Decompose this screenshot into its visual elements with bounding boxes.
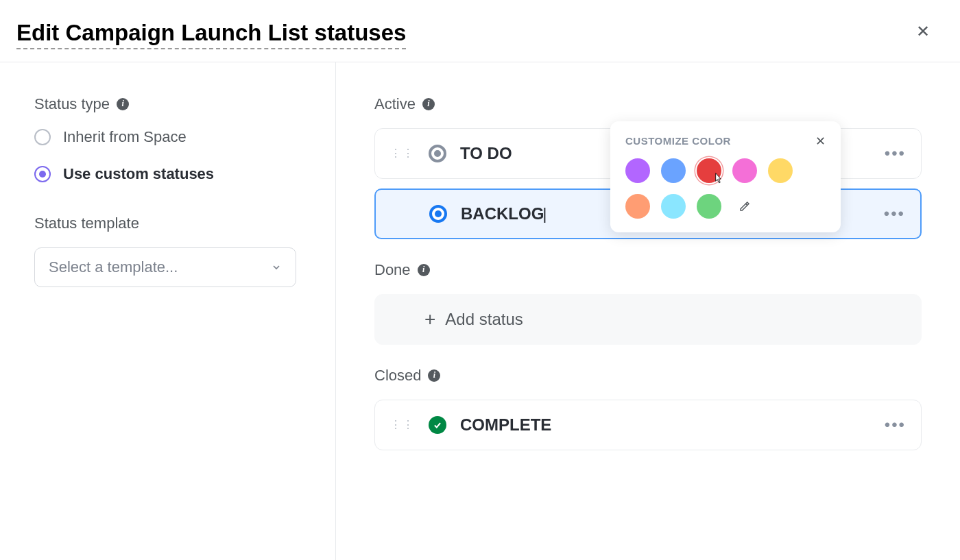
add-status-button[interactable]: + Add status [374,294,922,345]
left-panel: Status type i Inherit from Space Use cus… [0,62,336,560]
radio-inherit-label: Inherit from Space [63,128,187,146]
radio-circle-icon [34,166,51,182]
done-section-label: Done i [374,261,922,279]
closed-section: Closed i ⋮⋮ COMPLETE ••• [374,367,922,450]
more-icon[interactable]: ••• [884,206,905,222]
color-picker-title: CUSTOMIZE COLOR [625,135,731,147]
plus-icon: + [424,308,435,330]
template-select[interactable]: Select a template... [34,247,296,287]
template-placeholder: Select a template... [49,258,178,276]
more-icon[interactable]: ••• [885,417,906,433]
color-swatches [625,158,826,219]
color-swatch-red[interactable] [697,158,721,183]
modal-body: Status type i Inherit from Space Use cus… [0,62,960,560]
radio-custom-label: Use custom statuses [63,165,214,183]
color-swatch-green[interactable] [697,194,721,219]
closed-label-text: Closed [374,367,421,385]
status-item-complete[interactable]: ⋮⋮ COMPLETE ••• [374,400,922,450]
status-template-text: Status template [34,215,139,232]
drag-handle-icon[interactable]: ⋮⋮ [390,419,415,430]
chevron-down-icon [271,262,282,273]
status-color-icon[interactable] [429,205,447,223]
active-section-label: Active i [374,95,922,113]
color-swatch-blue[interactable] [661,158,686,183]
status-type-text: Status type [34,95,110,113]
status-name: COMPLETE [460,415,871,435]
close-icon[interactable]: ✕ [815,134,826,149]
radio-use-custom-statuses[interactable]: Use custom statuses [34,165,301,183]
checkmark-icon [433,420,442,430]
status-color-icon[interactable] [429,145,446,162]
color-picker-header: CUSTOMIZE COLOR ✕ [625,134,826,149]
active-label-text: Active [374,95,416,113]
eyedropper-icon[interactable] [732,194,757,219]
radio-inherit-from-space[interactable]: Inherit from Space [34,128,301,146]
add-status-label: Add status [445,310,523,329]
color-swatch-cyan[interactable] [661,194,686,219]
status-type-label: Status type i [34,95,301,113]
info-icon[interactable]: i [428,369,440,382]
done-label-text: Done [374,261,411,279]
close-icon[interactable]: ✕ [913,19,933,44]
color-swatch-pink[interactable] [732,158,757,183]
info-icon[interactable]: i [418,264,430,276]
edit-statuses-modal: Edit Campaign Launch List statuses ✕ Sta… [0,0,960,560]
info-icon[interactable]: i [422,98,435,110]
status-template-label: Status template [34,215,301,232]
drag-handle-icon[interactable]: ⋮⋮ [390,148,415,159]
modal-title[interactable]: Edit Campaign Launch List statuses [16,19,406,49]
info-icon[interactable]: i [117,98,129,110]
done-section: Done i + Add status [374,261,922,345]
radio-circle-icon [34,129,51,145]
status-color-icon[interactable] [429,416,446,434]
status-type-radio-group: Inherit from Space Use custom statuses [34,128,301,183]
color-swatch-purple[interactable] [625,158,650,183]
color-swatch-orange[interactable] [625,194,650,219]
cursor-pointer-icon [711,172,725,186]
more-icon[interactable]: ••• [885,145,906,162]
color-picker-popover: CUSTOMIZE COLOR ✕ [610,121,841,232]
right-panel: Active i ⋮⋮ TO DO ••• ⋮⋮ BACKLOG ••• [336,62,960,560]
color-swatch-yellow[interactable] [768,158,793,183]
closed-section-label: Closed i [374,367,922,385]
modal-header: Edit Campaign Launch List statuses ✕ [0,0,960,62]
